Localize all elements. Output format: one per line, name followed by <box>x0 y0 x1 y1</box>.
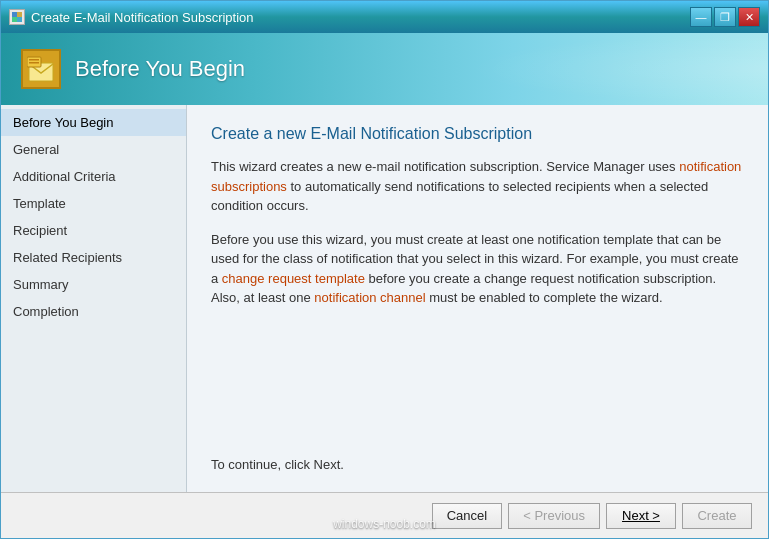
sidebar-item-additional-criteria[interactable]: Additional Criteria <box>1 163 186 190</box>
para2-highlight1: change request template <box>222 271 365 286</box>
footer: Cancel < Previous Next > Create <box>1 492 768 538</box>
close-button[interactable]: ✕ <box>738 7 760 27</box>
sidebar-item-related-recipients[interactable]: Related Recipients <box>1 244 186 271</box>
window-title: Create E-Mail Notification Subscription <box>31 10 254 25</box>
sidebar-item-recipient[interactable]: Recipient <box>1 217 186 244</box>
content-body: This wizard creates a new e-mail notific… <box>211 157 744 447</box>
window-controls: — ❐ ✕ <box>690 7 760 27</box>
svg-rect-6 <box>29 59 39 61</box>
cancel-button[interactable]: Cancel <box>432 503 502 529</box>
svg-rect-1 <box>17 17 22 22</box>
svg-rect-3 <box>17 12 22 17</box>
content-area: Create a new E-Mail Notification Subscri… <box>187 105 768 492</box>
minimize-button[interactable]: — <box>690 7 712 27</box>
paragraph-1: This wizard creates a new e-mail notific… <box>211 157 744 216</box>
next-button[interactable]: Next > <box>606 503 676 529</box>
sidebar-item-template[interactable]: Template <box>1 190 186 217</box>
title-bar: Create E-Mail Notification Subscription … <box>1 1 768 33</box>
previous-button[interactable]: < Previous <box>508 503 600 529</box>
svg-rect-0 <box>12 12 17 17</box>
app-icon <box>9 9 25 25</box>
sidebar: Before You Begin General Additional Crit… <box>1 105 187 492</box>
content-title: Create a new E-Mail Notification Subscri… <box>211 125 744 143</box>
para1-text1: This wizard creates a new e-mail notific… <box>211 159 679 174</box>
header-bar: Before You Begin <box>1 33 768 105</box>
restore-button[interactable]: ❐ <box>714 7 736 27</box>
main-content: Before You Begin General Additional Crit… <box>1 105 768 492</box>
sidebar-item-before-you-begin[interactable]: Before You Begin <box>1 109 186 136</box>
sidebar-item-summary[interactable]: Summary <box>1 271 186 298</box>
paragraph-2: Before you use this wizard, you must cre… <box>211 230 744 308</box>
continue-text: To continue, click Next. <box>211 447 744 472</box>
header-title: Before You Begin <box>75 56 245 82</box>
svg-rect-2 <box>12 17 17 22</box>
para2-highlight2: notification channel <box>314 290 425 305</box>
create-button[interactable]: Create <box>682 503 752 529</box>
sidebar-item-completion[interactable]: Completion <box>1 298 186 325</box>
header-icon <box>21 49 61 89</box>
main-window: Create E-Mail Notification Subscription … <box>0 0 769 539</box>
svg-rect-7 <box>29 62 39 64</box>
para2-text3: must be enabled to complete the wizard. <box>426 290 663 305</box>
sidebar-item-general[interactable]: General <box>1 136 186 163</box>
title-bar-left: Create E-Mail Notification Subscription <box>9 9 254 25</box>
